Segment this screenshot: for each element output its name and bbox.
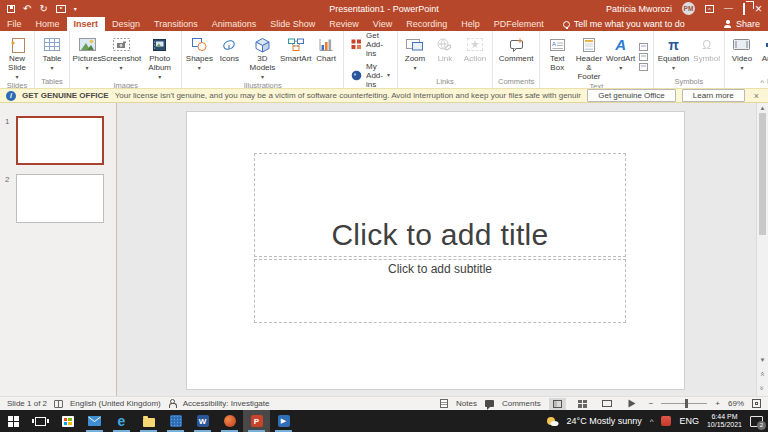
scroll-up-icon[interactable]: ▲ — [757, 104, 768, 112]
zoom-slider-thumb[interactable] — [685, 399, 688, 408]
undo-icon[interactable]: ↶ — [23, 4, 31, 14]
new-slide-button[interactable]: New Slide ▾ — [2, 33, 32, 81]
screenshot-button[interactable]: Screenshot ▾ — [102, 33, 140, 81]
slide-canvas[interactable]: Click to add title Click to add subtitle — [186, 111, 685, 390]
zoom-level[interactable]: 69% — [728, 399, 744, 408]
redo-icon[interactable]: ↻ — [39, 4, 47, 14]
zoom-slider[interactable] — [661, 403, 707, 404]
tab-home[interactable]: Home — [29, 17, 67, 31]
title-placeholder[interactable]: Click to add title — [254, 153, 626, 257]
photo-album-button[interactable]: Photo Album ▾ — [140, 33, 179, 81]
slide-thumbnail-2[interactable] — [16, 174, 104, 223]
text-box-button[interactable]: A Text Box — [542, 33, 572, 82]
wordart-button[interactable]: A WordArt ▾ — [606, 33, 636, 82]
show-hidden-icons-chevron[interactable]: ^ — [650, 417, 654, 426]
notes-button[interactable]: Notes — [456, 399, 477, 408]
share-button[interactable]: Share — [724, 17, 768, 31]
powerpoint-button[interactable]: P — [243, 410, 270, 432]
tab-pdfelement[interactable]: PDFelement — [487, 17, 551, 31]
slide-number-icon[interactable] — [639, 53, 648, 61]
slide-thumbnail-panel[interactable]: 1 2 — [0, 103, 117, 396]
get-genuine-office-button[interactable]: Get genuine Office — [587, 89, 676, 102]
get-add-ins-button[interactable]: Get Add-ins — [351, 31, 390, 58]
clock[interactable]: 6:44 PM 10/15/2021 — [707, 413, 742, 429]
table-button[interactable]: Table ▾ — [37, 33, 67, 77]
pictures-button[interactable]: Pictures ▾ — [72, 33, 102, 81]
audio-button[interactable]: Audio ▾ — [757, 33, 768, 77]
smartart-icon — [287, 34, 305, 55]
tab-file[interactable]: File — [0, 17, 29, 31]
accessibility-status[interactable]: Accessibility: Investigate — [183, 399, 270, 408]
app-button[interactable] — [162, 410, 189, 432]
next-slide-icon[interactable]: « — [757, 384, 768, 392]
comment-button[interactable]: Comment — [497, 33, 536, 77]
group-label: Symbols — [654, 77, 724, 88]
icons-button[interactable]: Icons — [214, 33, 244, 81]
subtitle-placeholder[interactable]: Click to add subtitle — [254, 259, 626, 323]
task-view-button[interactable] — [27, 410, 54, 432]
tab-animations[interactable]: Animations — [205, 17, 264, 31]
restore-icon[interactable] — [743, 4, 745, 14]
tab-review[interactable]: Review — [322, 17, 366, 31]
vertical-scrollbar[interactable]: ▲ ▼ « « — [756, 103, 768, 396]
banner-close-icon[interactable]: × — [751, 91, 762, 101]
shapes-button[interactable]: Shapes ▾ — [184, 33, 214, 81]
3d-models-button[interactable]: 3D Models ▾ — [244, 33, 280, 81]
close-icon[interactable]: × — [755, 3, 762, 15]
tab-transitions[interactable]: Transitions — [147, 17, 205, 31]
tab-view[interactable]: View — [366, 17, 399, 31]
my-add-ins-button[interactable]: My Add-ins ▾ — [351, 62, 390, 89]
zoom-out-icon[interactable]: − — [649, 399, 654, 408]
slide-thumbnail-1[interactable] — [16, 116, 104, 165]
edge-button[interactable]: e — [108, 410, 135, 432]
learn-more-button[interactable]: Learn more — [682, 89, 745, 102]
date-time-icon[interactable] — [639, 43, 648, 51]
smartart-button[interactable]: SmartArt — [281, 33, 312, 81]
customize-qat-icon[interactable]: ▾ — [74, 6, 77, 12]
comments-button[interactable]: Comments — [502, 399, 541, 408]
equation-button[interactable]: π Equation ▾ — [656, 33, 692, 77]
start-button[interactable] — [0, 410, 27, 432]
action-center-icon[interactable]: 2 — [750, 416, 763, 427]
tray-app-icon[interactable] — [661, 416, 671, 426]
language-status[interactable]: English (United Kingdom) — [70, 399, 161, 408]
minimize-icon[interactable]: — — [724, 3, 733, 13]
normal-view-button[interactable] — [549, 398, 566, 410]
task-view-icon — [35, 417, 46, 426]
browser-button[interactable] — [216, 410, 243, 432]
slide-sorter-view-button[interactable] — [574, 398, 591, 410]
scrollbar-thumb[interactable] — [759, 113, 766, 235]
avatar[interactable]: PM — [682, 2, 695, 15]
mail-button[interactable] — [81, 410, 108, 432]
user-name[interactable]: Patricia Mworozi — [606, 4, 672, 14]
store-button[interactable] — [54, 410, 81, 432]
ribbon-display-options-icon[interactable]: ^ — [705, 5, 714, 13]
collapse-ribbon-icon[interactable]: ^ — [760, 78, 764, 87]
previous-slide-icon[interactable]: « — [757, 370, 768, 378]
slide-show-button[interactable] — [624, 398, 641, 410]
input-language[interactable]: ENG — [679, 416, 699, 426]
chart-button[interactable]: Chart — [311, 33, 341, 81]
spell-check-icon[interactable] — [54, 400, 63, 408]
zoom-in-icon[interactable]: + — [715, 399, 720, 408]
file-explorer-button[interactable] — [135, 410, 162, 432]
start-from-beginning-icon[interactable] — [56, 5, 66, 13]
tab-recording[interactable]: Recording — [399, 17, 454, 31]
word-button[interactable]: W — [189, 410, 216, 432]
header-footer-button[interactable]: Header & Footer — [572, 33, 605, 82]
zoom-button[interactable]: Zoom ▾ — [400, 33, 430, 77]
wordart-icon: A — [615, 34, 626, 55]
tab-help[interactable]: Help — [454, 17, 487, 31]
fit-slide-to-window-icon[interactable] — [752, 399, 761, 408]
tell-me-box[interactable]: Tell me what you want to do — [563, 17, 685, 31]
object-icon[interactable] — [639, 63, 648, 71]
video-button[interactable]: Video ▾ — [727, 33, 757, 77]
tab-slide-show[interactable]: Slide Show — [263, 17, 322, 31]
tab-insert[interactable]: Insert — [67, 17, 106, 31]
media-app-button[interactable]: ▶ — [270, 410, 297, 432]
save-icon[interactable] — [7, 5, 15, 13]
scroll-down-icon[interactable]: ▼ — [757, 356, 768, 364]
tab-design[interactable]: Design — [105, 17, 147, 31]
reading-view-button[interactable] — [599, 398, 616, 410]
weather-text[interactable]: 24°C Mostly sunny — [567, 416, 642, 426]
